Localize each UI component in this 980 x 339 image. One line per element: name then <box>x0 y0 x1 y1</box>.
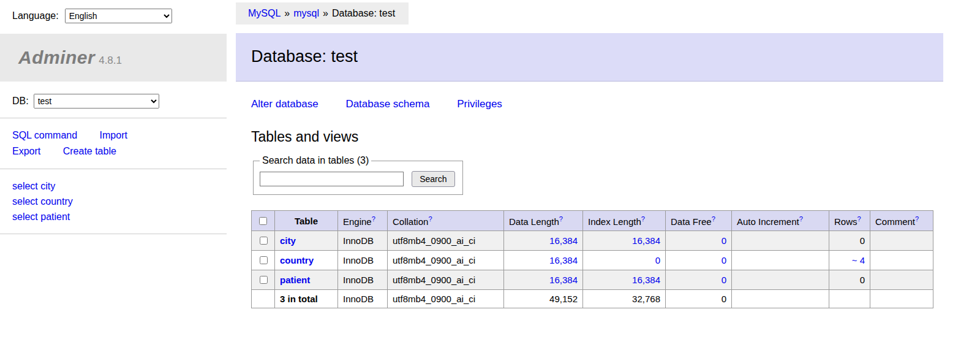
footer-auto-increment-cell <box>732 290 829 308</box>
select-patient-link[interactable]: select patient <box>12 209 236 224</box>
help-icon[interactable]: ? <box>858 215 861 223</box>
data-length-link[interactable]: 16,384 <box>549 275 578 285</box>
breadcrumb-separator: » <box>284 8 290 18</box>
sql-command-link[interactable]: SQL command <box>12 130 77 140</box>
main-content: MySQL»mysql»Database: test Database: tes… <box>236 0 943 308</box>
sidebar-actions: SQL command Import Export Create table <box>12 128 187 159</box>
row-checkbox-country[interactable] <box>260 256 268 264</box>
table-link-city[interactable]: city <box>280 235 296 246</box>
footer-index-length-cell: 32,768 <box>583 290 666 308</box>
header-data-length: Data Length? <box>504 211 583 231</box>
comment-cell <box>870 270 933 290</box>
help-icon[interactable]: ? <box>372 215 375 223</box>
table-row: city InnoDB utf8mb4_0900_ai_ci 16,384 16… <box>252 231 933 251</box>
collation-cell: utf8mb4_0900_ai_ci <box>388 251 504 270</box>
header-collation: Collation? <box>388 211 504 231</box>
row-checkbox-city[interactable] <box>260 237 268 245</box>
language-label: Language: <box>12 10 59 21</box>
db-row: DB: test <box>12 94 236 109</box>
data-free-cell: 0 <box>666 231 732 251</box>
index-length-cell: 16,384 <box>583 270 666 290</box>
help-icon[interactable]: ? <box>641 215 645 223</box>
engine-cell: InnoDB <box>338 251 388 270</box>
page-title: Database: test <box>236 33 943 82</box>
database-schema-link[interactable]: Database schema <box>345 98 429 110</box>
sidebar: Language: English Adminer4.8.1 DB: test … <box>0 0 236 243</box>
table-link-country[interactable]: country <box>280 255 314 265</box>
footer-check-cell <box>252 290 275 308</box>
rows-count-link[interactable]: ~ 4 <box>852 255 865 265</box>
help-icon[interactable]: ? <box>559 215 563 223</box>
db-select[interactable]: test <box>34 94 159 109</box>
header-index-length: Index Length? <box>583 211 666 231</box>
privileges-link[interactable]: Privileges <box>457 98 502 110</box>
index-length-link[interactable]: 0 <box>655 255 660 265</box>
sidebar-divider <box>0 118 227 118</box>
breadcrumb: MySQL»mysql»Database: test <box>236 2 409 25</box>
header-table: Table <box>275 211 338 231</box>
search-legend: Search data in tables (3) <box>260 155 371 166</box>
footer-total-cell: 3 in total <box>275 290 338 308</box>
breadcrumb-db-system-link[interactable]: mysql <box>293 8 319 18</box>
language-select[interactable]: English <box>65 9 172 23</box>
select-country-link[interactable]: select country <box>12 194 236 209</box>
data-free-link[interactable]: 0 <box>722 275 726 285</box>
table-row: patient InnoDB utf8mb4_0900_ai_ci 16,384… <box>252 270 933 290</box>
help-icon[interactable]: ? <box>799 215 803 223</box>
table-link-patient[interactable]: patient <box>280 275 310 285</box>
sidebar-table-list: select city select country select patien… <box>12 178 236 224</box>
table-name-cell: city <box>275 231 338 251</box>
index-length-link[interactable]: 16,384 <box>632 275 660 285</box>
language-row: Language: English <box>0 0 236 23</box>
sidebar-divider <box>0 234 227 234</box>
collation-cell: utf8mb4_0900_ai_ci <box>388 270 504 290</box>
section-title: Tables and views <box>251 129 943 145</box>
auto-increment-cell <box>732 270 829 290</box>
sidebar-divider <box>0 169 227 169</box>
row-check-cell <box>252 251 275 270</box>
select-city-link[interactable]: select city <box>12 178 236 194</box>
index-length-link[interactable]: 16,384 <box>632 235 660 246</box>
table-name-cell: country <box>275 251 338 270</box>
footer-collation-cell: utf8mb4_0900_ai_ci <box>388 290 504 308</box>
select-all-cell <box>252 211 275 231</box>
help-icon[interactable]: ? <box>915 215 919 223</box>
alter-database-link[interactable]: Alter database <box>251 98 318 110</box>
auto-increment-cell <box>732 251 829 270</box>
row-checkbox-patient[interactable] <box>260 276 268 284</box>
comment-cell <box>870 231 933 251</box>
header-data-free: Data Free? <box>666 211 732 231</box>
app-brand: Adminer <box>18 47 95 67</box>
data-free-link[interactable]: 0 <box>722 235 726 246</box>
data-length-link[interactable]: 16,384 <box>549 255 578 265</box>
breadcrumb-separator: » <box>323 8 328 18</box>
header-comment: Comment? <box>870 211 933 231</box>
footer-data-length-cell: 49,152 <box>504 290 583 308</box>
rows-cell: ~ 4 <box>829 251 870 270</box>
search-input[interactable] <box>260 172 404 186</box>
tables-overview-table: Table Engine? Collation? Data Length? In… <box>251 210 933 308</box>
breadcrumb-server-link[interactable]: MySQL <box>248 8 281 18</box>
select-all-checkbox[interactable] <box>259 217 267 225</box>
engine-cell: InnoDB <box>338 231 388 251</box>
data-free-link[interactable]: 0 <box>722 255 726 265</box>
app-version: 4.8.1 <box>99 55 122 66</box>
data-length-link[interactable]: 16,384 <box>549 235 578 246</box>
help-icon[interactable]: ? <box>712 215 715 223</box>
collation-cell: utf8mb4_0900_ai_ci <box>388 231 504 251</box>
data-length-cell: 16,384 <box>504 231 583 251</box>
footer-data-free-cell: 0 <box>666 290 732 308</box>
export-link[interactable]: Export <box>12 146 40 156</box>
index-length-cell: 16,384 <box>583 231 666 251</box>
help-icon[interactable]: ? <box>428 215 432 223</box>
footer-engine-cell: InnoDB <box>338 290 388 308</box>
brand-box: Adminer4.8.1 <box>0 34 227 82</box>
db-label: DB: <box>12 96 29 107</box>
import-link[interactable]: Import <box>100 130 127 140</box>
header-engine: Engine? <box>338 211 388 231</box>
search-button[interactable]: Search <box>412 171 454 187</box>
data-length-cell: 16,384 <box>504 270 583 290</box>
row-check-cell <box>252 231 275 251</box>
engine-cell: InnoDB <box>338 270 388 290</box>
create-table-link[interactable]: Create table <box>63 146 116 156</box>
